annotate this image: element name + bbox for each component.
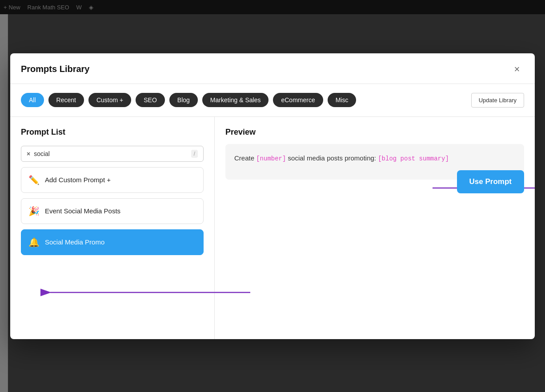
event-social-label: Event Social Media Posts bbox=[45, 207, 120, 215]
filter-all[interactable]: All bbox=[21, 93, 44, 107]
social-promo-label: Social Media Promo bbox=[45, 238, 104, 246]
search-box: × / bbox=[21, 146, 204, 162]
search-clear-button[interactable]: × bbox=[27, 150, 30, 157]
preview-var-number: [number] bbox=[256, 155, 286, 162]
social-media-promo-item[interactable]: 🔔 Social Media Promo bbox=[21, 229, 204, 255]
add-custom-icon: ✏️ bbox=[28, 175, 40, 185]
preview-text-before: Create bbox=[234, 154, 256, 162]
filter-recent[interactable]: Recent bbox=[48, 93, 84, 107]
modal-header: Prompts Library × bbox=[10, 53, 535, 84]
add-custom-prompt-item[interactable]: ✏️ Add Custom Prompt + bbox=[21, 167, 204, 193]
add-custom-label: Add Custom Prompt + bbox=[45, 176, 111, 184]
modal-body: Prompt List × / ✏️ Add Custom Prompt + 🎉… bbox=[10, 117, 535, 339]
filter-seo[interactable]: SEO bbox=[136, 93, 165, 107]
preview-panel: Preview Create [number] social media pos… bbox=[215, 117, 535, 339]
event-social-media-item[interactable]: 🎉 Event Social Media Posts bbox=[21, 198, 204, 224]
preview-title: Preview bbox=[225, 128, 524, 137]
filter-marketing[interactable]: Marketing & Sales bbox=[202, 93, 269, 107]
search-input[interactable] bbox=[34, 150, 187, 157]
event-social-icon: 🎉 bbox=[28, 206, 40, 216]
update-library-button[interactable]: Update Library bbox=[471, 93, 524, 108]
modal-body-inner: Prompt List × / ✏️ Add Custom Prompt + 🎉… bbox=[10, 117, 535, 339]
preview-var-blog-summary: [blog post summary] bbox=[378, 155, 449, 162]
filter-misc[interactable]: Misc bbox=[328, 93, 357, 107]
filter-ecommerce[interactable]: eCommerce bbox=[273, 93, 323, 107]
modal-overlay: Prompts Library × All Recent Custom + SE… bbox=[0, 0, 545, 392]
use-prompt-button[interactable]: Use Prompt bbox=[457, 170, 524, 193]
prompt-list-title: Prompt List bbox=[21, 128, 204, 137]
modal-title: Prompts Library bbox=[21, 64, 89, 74]
preview-text-middle: social media posts promoting: bbox=[286, 154, 378, 162]
search-slash-hint: / bbox=[191, 150, 198, 158]
prompt-list-panel: Prompt List × / ✏️ Add Custom Prompt + 🎉… bbox=[10, 117, 215, 339]
social-promo-icon: 🔔 bbox=[28, 237, 40, 248]
close-button[interactable]: × bbox=[510, 62, 524, 76]
filter-custom[interactable]: Custom + bbox=[88, 93, 131, 107]
filter-bar: All Recent Custom + SEO Blog Marketing &… bbox=[10, 84, 535, 117]
filter-blog[interactable]: Blog bbox=[169, 93, 198, 107]
prompts-library-modal: Prompts Library × All Recent Custom + SE… bbox=[10, 53, 535, 339]
